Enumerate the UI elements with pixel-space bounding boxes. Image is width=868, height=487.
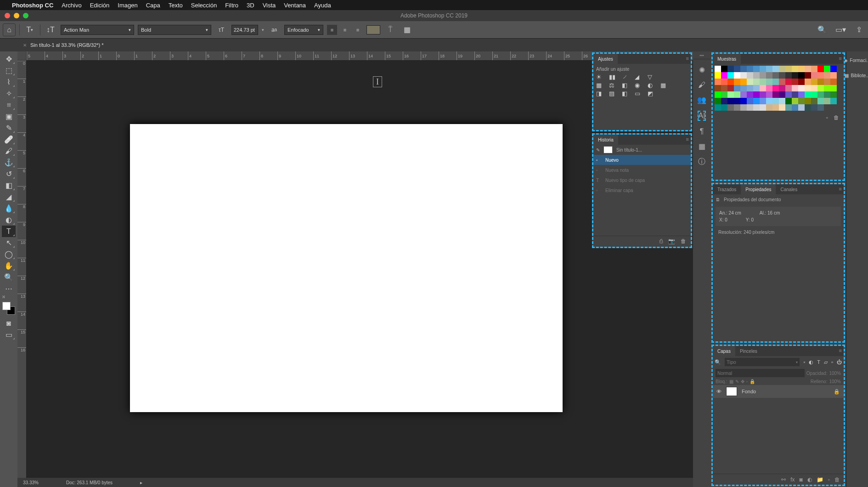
path-selection-tool[interactable]: ↖ — [2, 237, 16, 249]
delete-swatch-icon[interactable]: 🗑 — [834, 114, 839, 122]
swatch[interactable] — [830, 85, 837, 91]
swatch[interactable] — [753, 104, 760, 111]
swatch[interactable] — [772, 66, 779, 72]
gradient-map-icon[interactable]: ▭ — [635, 90, 643, 96]
swatch[interactable] — [785, 98, 792, 104]
delete-state-icon[interactable]: 🗑 — [681, 238, 686, 245]
clone-stamp-tool[interactable]: ⚓ — [2, 157, 16, 168]
menu-imagen[interactable]: Imagen — [118, 2, 137, 9]
swatch[interactable] — [753, 85, 760, 91]
foreground-background-colors[interactable] — [2, 302, 15, 315]
swatch[interactable] — [798, 79, 805, 85]
swatch[interactable] — [727, 72, 734, 79]
swatch[interactable] — [817, 66, 824, 72]
swatch[interactable] — [747, 85, 753, 91]
exposure-icon[interactable]: ◢ — [635, 74, 643, 80]
swatch[interactable] — [779, 79, 785, 85]
panel-menu-icon[interactable]: ≡ — [686, 56, 689, 61]
swatch[interactable] — [740, 66, 747, 72]
paragraph-panel-icon[interactable]: ¶ — [700, 127, 704, 136]
swatch[interactable] — [721, 104, 727, 111]
minimize-window-button[interactable] — [14, 13, 19, 18]
ruler-origin[interactable] — [17, 51, 27, 61]
swatch[interactable] — [740, 79, 747, 85]
swatch[interactable] — [772, 91, 779, 98]
swatch[interactable] — [805, 104, 811, 111]
swatch[interactable] — [805, 91, 811, 98]
swatch[interactable] — [824, 79, 830, 85]
color-balance-icon[interactable]: ⚖ — [609, 82, 617, 88]
swatch[interactable] — [824, 91, 830, 98]
swatch[interactable] — [811, 66, 817, 72]
search-icon[interactable]: 🔍 — [816, 23, 829, 36]
swatch[interactable] — [715, 85, 721, 91]
warp-text-button[interactable]: Ť — [384, 23, 397, 36]
filter-type-icon[interactable]: T — [817, 359, 820, 365]
text-orientation-button[interactable]: ↕T — [44, 23, 57, 36]
layers-tab[interactable]: Capas — [713, 346, 735, 356]
swatch[interactable] — [798, 66, 805, 72]
swatch[interactable] — [721, 72, 727, 79]
history-state[interactable]: T Nuevo tipo de capa — [593, 175, 691, 185]
swatch[interactable] — [766, 104, 772, 111]
swatch[interactable] — [805, 98, 811, 104]
swatch[interactable] — [766, 98, 772, 104]
swatch[interactable] — [830, 72, 837, 79]
character-panel-button[interactable]: ▦ — [400, 23, 413, 36]
swatch[interactable] — [734, 91, 740, 98]
swap-colors-icon[interactable]: ⤭ — [2, 294, 6, 299]
swatch[interactable] — [747, 79, 753, 85]
filter-pixel-icon[interactable]: ▫ — [803, 359, 805, 365]
swatch[interactable] — [727, 85, 734, 91]
swatch[interactable] — [727, 79, 734, 85]
swatch[interactable] — [727, 91, 734, 98]
text-color-swatch[interactable] — [366, 25, 380, 34]
font-size-input[interactable]: 224.73 pt — [231, 25, 258, 35]
lasso-tool[interactable]: ⌇ — [2, 76, 16, 88]
marquee-tool[interactable]: ⬚ — [2, 65, 16, 76]
invert-icon[interactable]: ◨ — [596, 90, 604, 96]
swatch[interactable] — [798, 91, 805, 98]
status-flyout-icon[interactable]: ▸ — [140, 480, 142, 485]
properties-tab[interactable]: Propiedades — [741, 184, 776, 194]
zoom-level[interactable]: 33.33% — [23, 480, 39, 485]
swatch[interactable] — [715, 72, 721, 79]
document-layout-button[interactable]: ▭▾ — [834, 23, 847, 36]
type-tool[interactable]: T — [2, 226, 16, 237]
swatch[interactable] — [772, 98, 779, 104]
swatch[interactable] — [715, 79, 721, 85]
swatch[interactable] — [721, 98, 727, 104]
swatch[interactable] — [753, 79, 760, 85]
swatch[interactable] — [817, 98, 824, 104]
app-name[interactable]: Photoshop CC — [12, 2, 53, 9]
vertical-ruler[interactable]: 012345678910111213141516 — [17, 61, 27, 487]
swatch[interactable] — [740, 85, 747, 91]
swatch[interactable] — [766, 79, 772, 85]
libraries-panel-button[interactable]: ▦Bibliote... — [845, 73, 868, 78]
bw-icon[interactable]: ◧ — [622, 82, 630, 88]
color-lookup-icon[interactable]: ▦ — [660, 82, 669, 88]
layer-row[interactable]: 👁 Fondo 🔒 — [713, 385, 844, 398]
swatch[interactable] — [740, 91, 747, 98]
swatch[interactable] — [805, 79, 811, 85]
swatch[interactable] — [721, 85, 727, 91]
levels-icon[interactable]: ▮▮ — [609, 74, 617, 80]
paths-tab[interactable]: Trazados — [713, 184, 741, 194]
swatch[interactable] — [785, 104, 792, 111]
swatch[interactable] — [830, 98, 837, 104]
eyedropper-tool[interactable]: ✎ — [2, 122, 16, 134]
visibility-icon[interactable]: 👁 — [716, 389, 721, 394]
swatch[interactable] — [760, 91, 766, 98]
layer-mask-icon[interactable]: ◙ — [799, 476, 802, 483]
swatch[interactable] — [785, 91, 792, 98]
swatch[interactable] — [747, 91, 753, 98]
swatch[interactable] — [779, 85, 785, 91]
layer-style-icon[interactable]: fx — [790, 476, 795, 483]
swatch[interactable] — [824, 72, 830, 79]
panel-menu-icon[interactable]: ≡ — [839, 348, 842, 353]
swatch[interactable] — [772, 85, 779, 91]
lock-pixels-icon[interactable]: ✎ — [735, 379, 739, 384]
swatch[interactable] — [747, 98, 753, 104]
swatch[interactable] — [760, 79, 766, 85]
swatch[interactable] — [817, 79, 824, 85]
